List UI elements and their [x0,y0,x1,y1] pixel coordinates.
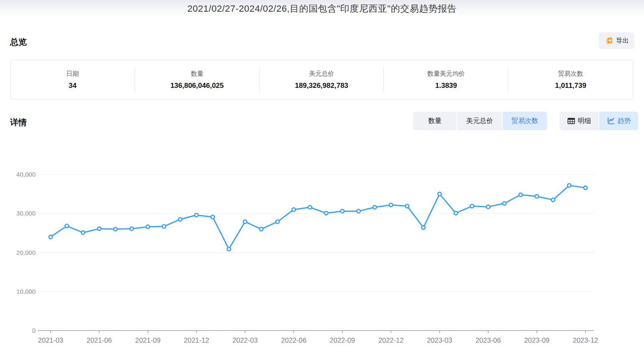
x-axis-label: 2021-06 [87,336,112,344]
chart-point[interactable] [551,198,555,201]
chart-point[interactable] [292,208,295,211]
chart-point[interactable] [243,220,247,223]
x-axis-label: 2022-09 [330,336,355,344]
y-axis-label: 40,000 [16,171,36,178]
x-axis-label: 2021-03 [38,336,64,344]
series-line [51,185,585,249]
chart-point[interactable] [114,227,117,231]
trend-line-chart[interactable]: 010,00020,00030,00040,0002021-032021-062… [0,0,644,354]
chart-point[interactable] [195,213,198,217]
chart-point[interactable] [65,224,69,228]
y-axis-label: 20,000 [16,249,36,256]
x-axis-label: 2022-06 [281,336,307,344]
x-axis-label: 2021-09 [135,336,161,344]
chart-point[interactable] [162,225,166,228]
chart-point[interactable] [438,192,441,195]
chart-point[interactable] [97,227,101,230]
chart-point[interactable] [454,211,457,215]
chart-point[interactable] [130,227,133,230]
chart-point[interactable] [211,215,214,218]
chart-point[interactable] [389,203,393,207]
chart-point[interactable] [260,227,263,231]
chart-point[interactable] [276,220,279,223]
y-axis-label: 30,000 [16,210,36,217]
chart-point[interactable] [470,204,473,208]
chart-point[interactable] [146,225,149,228]
chart-point[interactable] [81,231,84,234]
chart-point[interactable] [179,218,182,221]
chart-point[interactable] [503,202,506,205]
trade-trend-report-page: 2021/02/27-2024/02/26,目的国包含"印度尼西亚"的交易趋势报… [0,0,644,354]
x-axis-label: 2022-12 [378,336,404,344]
chart-point[interactable] [519,193,522,196]
chart-point[interactable] [308,205,312,209]
chart-point[interactable] [49,235,52,239]
chart-point[interactable] [227,247,230,251]
y-axis-label: 10,000 [16,288,36,295]
x-axis-label: 2022-03 [233,336,258,344]
chart-point[interactable] [357,209,360,213]
x-axis-label: 2023-09 [524,336,549,344]
chart-point[interactable] [422,226,425,229]
x-axis-label: 2023-03 [427,336,452,344]
x-axis-label: 2023-06 [475,336,501,344]
x-axis-label: 2023-12 [573,336,598,344]
chart-point[interactable] [535,195,539,198]
chart-point[interactable] [373,205,376,209]
chart-point[interactable] [486,205,490,208]
chart-point[interactable] [584,186,587,190]
y-axis-label: 0 [32,327,36,334]
chart-point[interactable] [340,209,344,213]
x-axis-label: 2021-12 [184,336,210,344]
chart-point[interactable] [405,204,409,208]
chart-point[interactable] [567,184,571,187]
chart-point[interactable] [325,211,328,215]
